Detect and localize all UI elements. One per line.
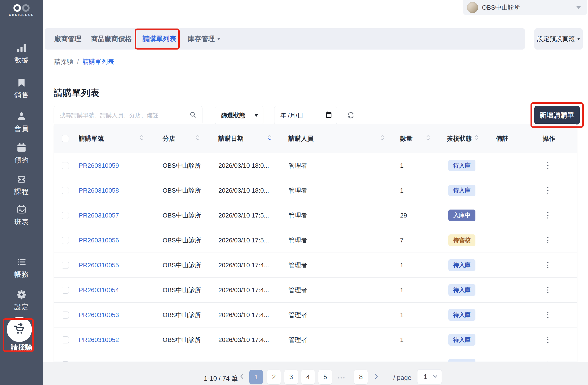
row-actions-button[interactable] xyxy=(547,286,549,294)
purchase-request-link[interactable]: PR260310052 xyxy=(79,336,119,344)
prev-page-button[interactable] xyxy=(239,372,245,381)
sidebar-item-data[interactable]: 數據 xyxy=(0,42,43,65)
header-cell-id[interactable]: 請購單號 xyxy=(77,134,148,143)
row-actions-button[interactable] xyxy=(547,211,549,219)
row-actions-button[interactable] xyxy=(547,186,549,194)
sidebar-item-label: 銷售 xyxy=(14,90,29,100)
sidebar-item-label: 帳務 xyxy=(14,270,29,279)
date-cell: 2026/03/10 17:5... xyxy=(204,212,276,219)
status-badge: 待入庫 xyxy=(448,334,475,346)
person-icon xyxy=(16,111,27,122)
sort-icon[interactable] xyxy=(196,134,200,143)
sidebar-item-accounts[interactable]: 帳務 xyxy=(0,257,43,279)
purchase-request-link[interactable]: PR260310053 xyxy=(79,311,119,319)
clinic-selector[interactable]: OBS中山診所 xyxy=(463,0,587,15)
header-cell-status[interactable]: 簽核狀態 xyxy=(434,134,483,143)
header-cell-person[interactable]: 請購人員 xyxy=(276,134,388,143)
select-all-checkbox[interactable] xyxy=(62,135,69,142)
row-checkbox[interactable] xyxy=(62,237,69,244)
branch-cell: OBS中山診所 xyxy=(148,236,204,245)
purchase-request-link[interactable]: PR260310054 xyxy=(79,286,119,294)
page-button-2[interactable]: 2 xyxy=(267,370,281,384)
table-row: PR260310053 OBS中山診所 2026/03/10 17:4... 管… xyxy=(54,302,577,327)
page-button-3[interactable]: 3 xyxy=(284,370,298,384)
sidebar-item-booking[interactable]: 預約 xyxy=(0,142,43,165)
calendar-check-icon xyxy=(16,204,27,215)
breadcrumb-parent[interactable]: 請採驗 xyxy=(54,58,73,66)
tab-product-vendor-prices[interactable]: 商品廠商價格 xyxy=(91,28,132,49)
date-cell: 2026/03/10 17:5... xyxy=(204,236,276,244)
sidebar-item-courses[interactable]: 課程 xyxy=(0,174,43,197)
status-badge: 待入庫 xyxy=(448,259,475,271)
sort-icon[interactable] xyxy=(474,134,478,143)
sort-icon[interactable] xyxy=(380,134,384,143)
tab-vendor-management[interactable]: 廠商管理 xyxy=(54,28,82,49)
chevron-down-icon xyxy=(577,38,580,40)
row-checkbox[interactable] xyxy=(62,162,69,169)
page-button-8[interactable]: 8 xyxy=(354,370,368,384)
header-cell-date[interactable]: 請購日期 xyxy=(204,134,276,143)
refresh-button[interactable] xyxy=(346,111,356,120)
search-icon[interactable] xyxy=(189,111,197,120)
sidebar-item-sales[interactable]: 銷售 xyxy=(0,77,43,100)
sort-icon-desc-active[interactable] xyxy=(268,134,272,143)
sidebar-item-label: 班表 xyxy=(14,217,29,227)
next-page-button[interactable] xyxy=(373,372,379,381)
person-cell: 管理者 xyxy=(276,311,388,319)
gear-icon xyxy=(16,289,27,300)
sort-icon[interactable] xyxy=(426,134,430,143)
row-checkbox[interactable] xyxy=(62,187,69,194)
page-button-1[interactable]: 1 xyxy=(249,370,263,384)
purchase-request-link[interactable]: PR260310055 xyxy=(79,261,119,269)
date-cell: 2026/03/10 17:4... xyxy=(204,286,276,294)
calendar-icon[interactable] xyxy=(326,111,332,119)
sort-icon[interactable] xyxy=(140,134,144,143)
row-checkbox[interactable] xyxy=(62,312,69,319)
chevron-down-icon xyxy=(217,38,221,40)
date-filter-input[interactable]: 年 /月/日 xyxy=(274,106,337,125)
tab-purchase-request-list[interactable]: 請購單列表 xyxy=(143,28,176,49)
page-button-5[interactable]: 5 xyxy=(318,370,332,384)
set-default-tab-button[interactable]: 設定預設頁籤 xyxy=(534,28,583,49)
date-cell: 2026/03/10 18:0... xyxy=(204,187,276,194)
purchase-request-link[interactable]: PR260310057 xyxy=(79,212,119,219)
breadcrumb: 請採驗 / 請購單列表 xyxy=(54,58,114,66)
header-cell-qty[interactable]: 數量 xyxy=(388,134,434,143)
row-actions-button[interactable] xyxy=(547,236,549,244)
row-checkbox[interactable] xyxy=(62,262,69,269)
sidebar-item-shifts[interactable]: 班表 xyxy=(0,204,43,227)
sidebar-item-settings[interactable]: 設定 xyxy=(0,289,43,312)
purchase-request-link[interactable]: PR260310056 xyxy=(79,236,119,244)
header-cell-branch[interactable]: 分店 xyxy=(148,134,204,143)
branch-cell: OBS中山診所 xyxy=(148,211,204,220)
date-cell: 2026/03/10 18:0... xyxy=(204,162,276,170)
breadcrumb-current[interactable]: 請購單列表 xyxy=(83,58,114,66)
row-actions-button[interactable] xyxy=(547,261,549,269)
row-checkbox[interactable] xyxy=(62,336,69,343)
header-cell-actions: 操作 xyxy=(525,134,577,143)
sidebar-item-label: 請採驗 xyxy=(0,343,43,353)
search-input[interactable] xyxy=(60,112,189,119)
status-badge: 待入庫 xyxy=(448,185,475,196)
purchase-request-link[interactable]: PR260310059 xyxy=(79,162,119,170)
list-icon xyxy=(16,257,27,267)
qty-cell: 1 xyxy=(388,187,434,194)
row-actions-button[interactable] xyxy=(547,161,549,170)
row-actions-button[interactable] xyxy=(547,336,549,344)
row-checkbox[interactable] xyxy=(62,287,69,294)
row-checkbox[interactable] xyxy=(62,212,69,219)
bookmark-icon xyxy=(16,77,27,88)
date-cell: 2026/03/10 17:4... xyxy=(204,261,276,269)
qty-cell: 1 xyxy=(388,286,434,294)
status-filter-select[interactable]: 篩選狀態 xyxy=(215,106,263,125)
sidebar-item-members[interactable]: 會員 xyxy=(0,111,43,134)
tab-inventory-management[interactable]: 庫存管理 xyxy=(188,28,221,49)
qty-cell: 29 xyxy=(388,212,434,219)
page-button-4[interactable]: 4 xyxy=(301,370,315,384)
page-select[interactable]: 1 xyxy=(417,369,442,384)
purchase-request-link[interactable]: PR260310058 xyxy=(79,187,119,194)
add-purchase-request-button[interactable]: 新增請購單 xyxy=(534,106,580,125)
row-actions-button[interactable] xyxy=(547,311,549,319)
sidebar-item-procurement[interactable] xyxy=(7,317,32,342)
qty-cell: 1 xyxy=(388,336,434,344)
